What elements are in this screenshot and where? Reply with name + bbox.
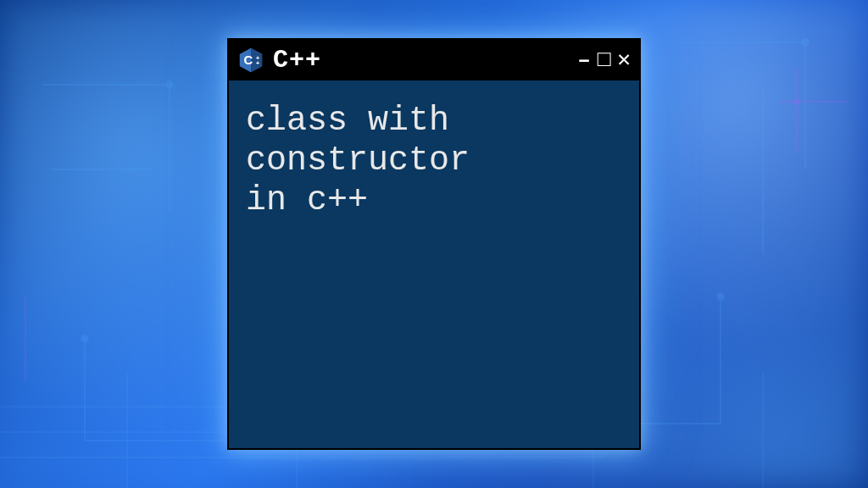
svg-point-0	[166, 81, 173, 88]
window-titlebar[interactable]: C + + C++ – □ ✕	[229, 40, 639, 80]
cpp-icon: C + +	[237, 47, 264, 74]
window-body-text: class with constructor in c++	[229, 80, 639, 241]
terminal-window: C + + C++ – □ ✕ class with constructor i…	[227, 38, 641, 450]
window-controls: – □ ✕	[577, 49, 631, 71]
minimize-button[interactable]: –	[577, 49, 591, 71]
window-title: C++	[273, 46, 321, 75]
svg-text:C: C	[244, 53, 253, 67]
svg-text:+: +	[256, 60, 259, 66]
svg-point-4	[794, 99, 799, 104]
titlebar-left-group: C + + C++	[237, 46, 321, 75]
close-button[interactable]: ✕	[617, 49, 631, 71]
svg-point-2	[81, 336, 88, 342]
svg-point-1	[802, 39, 809, 46]
svg-point-3	[717, 293, 724, 300]
maximize-button[interactable]: □	[598, 49, 611, 71]
